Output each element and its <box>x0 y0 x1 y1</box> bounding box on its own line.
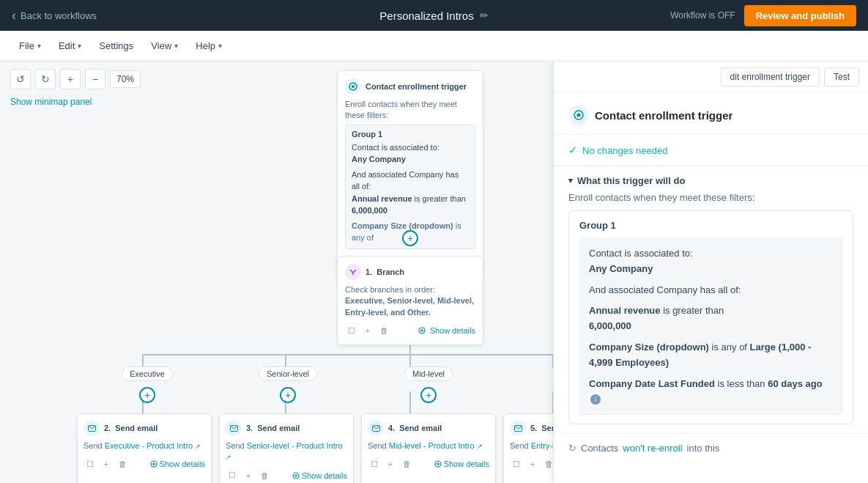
add-btn-senior[interactable]: + <box>280 387 296 403</box>
branch-node-header: 1. Branch <box>345 264 475 280</box>
chevron-down-icon: ▾ <box>78 42 81 50</box>
svg-point-20 <box>352 85 355 88</box>
branch-copy-icon[interactable]: ☐ <box>345 324 358 337</box>
filter-row-4: Company Size (dropdown) is any of Large … <box>589 340 833 371</box>
info-icon[interactable]: i <box>590 394 601 405</box>
n4-add[interactable]: + <box>526 457 539 471</box>
what-trigger-section: ▾ What this trigger will do Enroll conta… <box>554 166 868 434</box>
n3-copy[interactable]: ☐ <box>368 457 381 471</box>
trigger-group-title: Group 1 <box>352 130 469 139</box>
trigger-node-desc: Enroll contacts when they meet these fil… <box>345 99 475 122</box>
branch-node[interactable]: 1. Branch Check branches in order: Execu… <box>337 256 483 345</box>
n2-del[interactable]: 🗑 <box>258 469 271 482</box>
send-email-icon-2 <box>226 420 242 436</box>
n3-add[interactable]: + <box>384 457 397 471</box>
branch-delete-icon[interactable]: 🗑 <box>377 324 390 337</box>
mid-email-link[interactable]: Mid-level - Product Intro <box>389 441 475 450</box>
n2-copy[interactable]: ☐ <box>226 469 239 482</box>
test-btn[interactable]: Test <box>824 67 859 86</box>
branch-footer: ☐ + 🗑 Show details <box>345 324 475 337</box>
chevron-up-icon: ▾ <box>568 176 573 185</box>
n2-show-details[interactable]: Show details <box>292 471 347 480</box>
redo-btn[interactable]: ↻ <box>35 69 56 89</box>
trigger-filter-1: Contact is associated to: Any Company <box>352 141 469 166</box>
branch-icon <box>345 264 361 280</box>
panel-top-actions: dit enrollment trigger Test <box>554 62 868 93</box>
trigger-node-header: Contact enrollment trigger <box>345 78 475 95</box>
no-changes-msg: ✓ No changes needed <box>568 144 853 157</box>
re-enroll-section: ↻ Contacts won't re-enroll into this <box>554 434 868 462</box>
undo-btn[interactable]: ↺ <box>10 69 31 89</box>
n1-del[interactable]: 🗑 <box>116 457 129 471</box>
send-node-1-footer: ☐+🗑 Show details <box>84 457 205 471</box>
zoom-level: 70% <box>110 70 141 88</box>
send-node-1-body: Send Executive - Product Intro ↗ <box>84 440 205 451</box>
send-node-mid[interactable]: 4. Send email Send Mid-level - Product I… <box>361 413 496 483</box>
back-to-workflows-btn[interactable]: Back to workflows <box>12 8 97 23</box>
workflow-title-text: Personalized Intros <box>379 10 473 22</box>
branch-label-executive: Executive <box>77 366 218 381</box>
n3-del[interactable]: 🗑 <box>400 457 413 471</box>
trigger-filter-2: And associated Company has all of: Annua… <box>352 169 469 217</box>
panel-filter-block: Contact is associated to: Any Company An… <box>579 238 842 415</box>
review-publish-btn[interactable]: Review and publish <box>744 5 856 26</box>
menu-view[interactable]: View ▾ <box>144 36 185 56</box>
panel-title: Contact enrollment trigger <box>568 105 853 125</box>
send-node-1-header: 2. Send email <box>84 420 205 436</box>
filter-row-3: Annual revenue is greater than 6,000,000 <box>589 303 833 334</box>
n1-add[interactable]: + <box>100 457 113 471</box>
branch-actions: ☐ + 🗑 <box>345 324 390 337</box>
panel-title-icon <box>568 105 589 125</box>
send-node-executive[interactable]: 2. Send email Send Executive - Product I… <box>77 413 212 483</box>
branch-label-mid: Mid-level <box>358 366 499 381</box>
n1-copy[interactable]: ☐ <box>84 457 97 471</box>
send-email-icon-4 <box>510 420 526 436</box>
senior-email-link[interactable]: Senior-level - Product Intro <box>247 441 343 450</box>
menu-settings[interactable]: Settings <box>92 36 141 56</box>
second-nav: File ▾ Edit ▾ Settings View ▾ Help ▾ <box>0 31 868 62</box>
n1-show-details[interactable]: Show details <box>150 460 205 468</box>
trigger-node-title: Contact enrollment trigger <box>366 82 467 91</box>
side-panel: dit enrollment trigger Test Contact enro… <box>553 62 868 483</box>
menu-file[interactable]: File ▾ <box>12 36 48 56</box>
panel-group-title: Group 1 <box>579 220 842 231</box>
menu-help[interactable]: Help ▾ <box>188 36 229 56</box>
re-enroll-link[interactable]: won't re-enroll <box>623 443 682 454</box>
no-changes-section: ✓ No changes needed <box>554 135 868 166</box>
menu-edit[interactable]: Edit ▾ <box>51 36 89 56</box>
chevron-down-icon: ▾ <box>37 42 41 50</box>
enroll-desc: Enroll contacts when they meet these fil… <box>568 192 853 203</box>
branch-node-desc: Check branches in order: Executive, Seni… <box>345 284 475 318</box>
what-trigger-title[interactable]: ▾ What this trigger will do <box>568 175 853 186</box>
minimap-link[interactable]: Show minimap panel <box>10 97 92 107</box>
branch-node-number: 1. <box>366 268 372 276</box>
add-node-btn[interactable]: + <box>60 69 81 89</box>
zoom-out-btn[interactable]: − <box>85 69 105 89</box>
edit-title-icon[interactable]: ✏ <box>480 10 489 21</box>
branch-show-details[interactable]: Show details <box>418 326 475 335</box>
refresh-icon: ↻ <box>568 443 576 454</box>
executive-email-link[interactable]: Executive - Product Intro <box>105 441 193 450</box>
n3-show-details[interactable]: Show details <box>434 460 489 468</box>
edit-enrollment-trigger-btn[interactable]: dit enrollment trigger <box>721 67 820 86</box>
canvas-area: ↺ ↻ + − 70% Show minimap panel <box>0 62 868 483</box>
add-btn-trigger-branch[interactable]: + <box>402 230 418 246</box>
workflow-title-area: Personalized Intros ✏ <box>379 10 488 22</box>
checkmark-icon: ✓ <box>568 144 578 157</box>
trigger-icon <box>345 78 361 95</box>
workflow-status: Workflow is OFF <box>670 10 735 21</box>
panel-group-card: Group 1 Contact is associated to: Any Co… <box>568 210 853 424</box>
branch-node-title: Branch <box>376 268 404 276</box>
panel-header: Contact enrollment trigger <box>554 93 868 135</box>
branch-label-senior: Senior-level <box>218 366 358 381</box>
panel-title-text: Contact enrollment trigger <box>595 109 732 122</box>
canvas-toolbar: ↺ ↻ + − 70% <box>10 69 141 89</box>
n2-add[interactable]: + <box>242 469 255 482</box>
top-nav: Back to workflows Personalized Intros ✏ … <box>0 0 868 31</box>
branch-add-icon[interactable]: + <box>361 324 374 337</box>
chevron-down-icon: ▾ <box>218 42 222 50</box>
add-btn-mid[interactable]: + <box>420 387 437 403</box>
n4-copy[interactable]: ☐ <box>510 457 523 471</box>
add-btn-executive[interactable]: + <box>139 387 155 403</box>
send-node-senior[interactable]: 3. Send email Send Senior-level - Produc… <box>219 413 354 483</box>
